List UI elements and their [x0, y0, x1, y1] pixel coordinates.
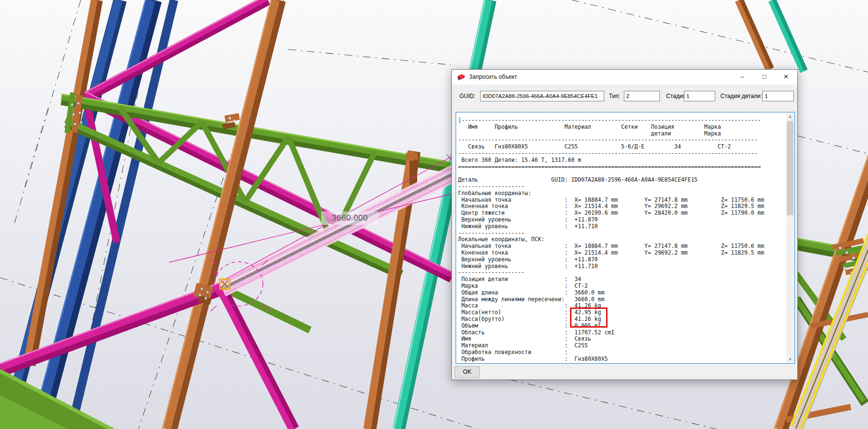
dialog-titlebar[interactable]: Запросить объект – □ ✕ [452, 70, 797, 85]
vertical-scrollbar[interactable]: ∧ ∨ [786, 113, 794, 363]
dimension-label: 3660.000 [321, 211, 379, 225]
part-phase-input[interactable] [762, 91, 794, 101]
part-phase-label: Стадия детали: [720, 91, 762, 102]
inquiry-report-text: |---------------------------------------… [456, 112, 794, 362]
maximize-button[interactable]: □ [754, 70, 775, 84]
inquiry-report-area[interactable]: |---------------------------------------… [456, 112, 795, 364]
ok-button[interactable]: OK [455, 366, 480, 378]
member-handle-square[interactable] [220, 279, 230, 289]
scroll-down-icon[interactable]: ∨ [786, 355, 794, 363]
assembly-phase-input[interactable] [684, 91, 715, 101]
guid-label: GUID: [459, 91, 475, 102]
close-button[interactable]: ✕ [775, 70, 797, 84]
scrollbar-thumb[interactable] [787, 121, 794, 215]
scroll-up-icon[interactable]: ∧ [786, 113, 794, 121]
dialog-title: Запросить объект [469, 70, 517, 85]
guid-input[interactable] [480, 91, 604, 101]
minimize-button[interactable]: – [732, 70, 753, 84]
tekla-logo-icon [457, 74, 465, 81]
inquire-object-dialog: Запросить объект – □ ✕ GUID: Тип: Стадия… [451, 69, 798, 380]
type-input[interactable] [624, 91, 660, 101]
app-window: 3660.000 Запросить объект – □ ✕ GUID: Ти… [0, 0, 868, 429]
type-label: Тип: [609, 91, 620, 102]
